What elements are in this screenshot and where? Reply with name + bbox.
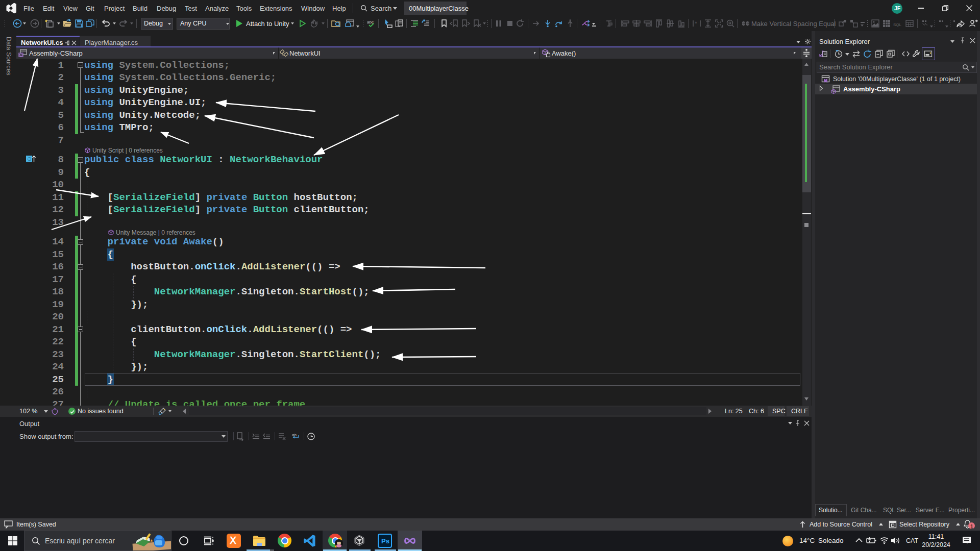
- svg-text:*: *: [695, 21, 697, 27]
